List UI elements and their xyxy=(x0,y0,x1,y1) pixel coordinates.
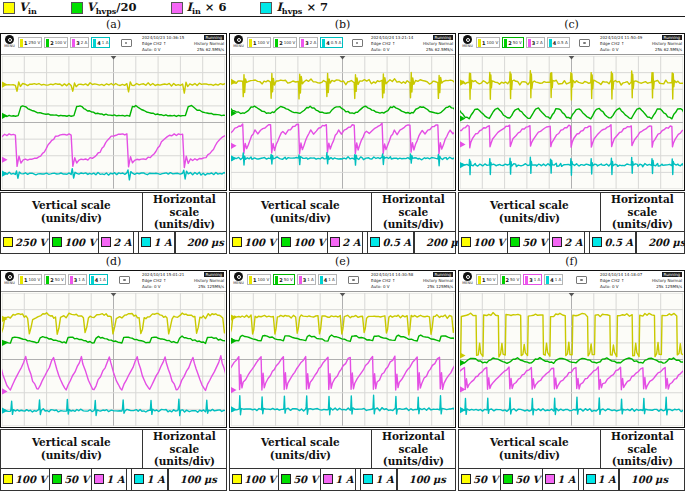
scope-trigger-level: Auto: 0 V xyxy=(600,284,618,290)
scale-table-header: Vertical scale (units/div) Horizontal sc… xyxy=(459,193,684,231)
channel-1-color-bar xyxy=(478,39,481,47)
scale-table-header: Vertical scale (units/div) Horizontal sc… xyxy=(230,430,455,468)
channel-3-chip: 3 2 A xyxy=(299,37,318,48)
vertical-scale-values: 100 V 50 V 1 A 1 A xyxy=(230,469,398,491)
horizontal-scale-value: 100 μs xyxy=(398,469,455,491)
scale-table-header: Vertical scale (units/div) Horizontal sc… xyxy=(459,430,684,468)
channel-2-chip: 2 100 V xyxy=(44,37,68,48)
iin-color-swatch xyxy=(171,2,183,14)
scale-table-values: 100 V 50 V 1 A 1 A 1 xyxy=(1,468,226,491)
scale-table: Vertical scale (units/div) Horizontal sc… xyxy=(0,192,227,254)
channel-4-color-bar xyxy=(93,39,96,47)
channel-4-color-bar xyxy=(549,39,552,47)
scope-toolbar: MENU 1 250 V 2 100 V 3 xyxy=(1,34,226,55)
ch3-color-chip xyxy=(101,237,111,247)
ch4-color-chip xyxy=(586,474,596,484)
channel-3-color-bar xyxy=(72,39,75,47)
scope-graticule xyxy=(231,56,454,189)
scale-table-values: 100 V 50 V 2 A 0.5 A xyxy=(459,231,684,254)
menu-icon xyxy=(234,272,243,281)
scale-table: Vertical scale (units/div) Horizontal sc… xyxy=(458,192,685,254)
channel-2-chip: 2 50 V xyxy=(44,274,66,285)
scope-sample-rate: 25k 125MS/s xyxy=(198,284,224,290)
scope-menu: MENU xyxy=(232,35,245,48)
vertical-scale-values: 250 V 100 V 2 A 1 A xyxy=(1,232,176,254)
vertical-scale-ch3: 2 A xyxy=(328,232,363,254)
channel-1-chip: 1 100 V xyxy=(18,274,42,285)
channel-1-chip: 1 100 V xyxy=(476,37,500,48)
channel-3-chip: 3 1 A xyxy=(523,274,542,285)
channel-3-color-bar xyxy=(70,276,73,284)
channel-3-color-bar xyxy=(301,39,304,47)
scope-graticule xyxy=(231,293,454,426)
vhvps-color-swatch xyxy=(71,2,83,14)
scope-sample-rate: 25k 62.5MS/s xyxy=(655,47,682,53)
vertical-scale-ch4: 0.5 A xyxy=(367,232,414,254)
scale-table-header: Vertical scale (units/div) Horizontal sc… xyxy=(230,193,455,231)
vertical-scale-header: Vertical scale (units/div) xyxy=(459,193,601,231)
ch4-color-chip xyxy=(141,237,151,247)
ch2-color-chip xyxy=(503,474,513,484)
scale-table-values: 250 V 100 V 2 A 1 A xyxy=(1,231,226,254)
print-icon-wrap xyxy=(572,35,598,47)
panel-a: (a) MENU 1 250 V 2 100 V xyxy=(0,17,227,254)
scope-run-state: Running xyxy=(433,35,453,40)
scale-table-values: 100 V 50 V 1 A 1 A 1 xyxy=(230,468,455,491)
scope-toolbar: MENU 1 100 V 2 50 V 3 xyxy=(459,34,684,55)
scope-graticule xyxy=(460,56,683,189)
scope-status-area: 2024/10/14 14:30:58 Running Edge CH2 ↑ H… xyxy=(371,272,453,289)
horizontal-scale-header: Horizontal scale (units/div) xyxy=(601,193,684,231)
scale-table: Vertical scale (units/div) Horizontal sc… xyxy=(458,429,685,491)
menu-label: MENU xyxy=(461,281,474,285)
scale-table-header: Vertical scale (units/div) Horizontal sc… xyxy=(1,193,226,231)
scale-table: Vertical scale (units/div) Horizontal sc… xyxy=(0,429,227,491)
vertical-scale-header: Vertical scale (units/div) xyxy=(1,430,143,468)
scope-sample-rate: 25k 62.5MS/s xyxy=(197,47,224,53)
ch1-color-chip xyxy=(3,474,13,484)
vertical-scale-header: Vertical scale (units/div) xyxy=(230,193,372,231)
ch4-color-chip xyxy=(592,237,602,247)
panels-grid: (a) MENU 1 250 V 2 100 V xyxy=(0,17,685,491)
horizontal-scale-value: 200 μs xyxy=(415,232,463,254)
vertical-scale-ch1: 250 V xyxy=(1,232,50,254)
waveform-plot xyxy=(231,56,454,189)
horizontal-scale-value: 100 μs xyxy=(169,469,226,491)
ch1-color-chip xyxy=(3,237,13,247)
channel-1-color-bar xyxy=(20,39,23,47)
panel-caption: (a) xyxy=(0,17,227,33)
scope-status-area: 2024/10/14 15:01:21 Running Edge CH2 ↑ H… xyxy=(142,272,224,289)
waveform-plot xyxy=(460,56,683,189)
vertical-scale-ch4: 1 A xyxy=(138,232,174,254)
panel-e: (e) MENU 1 100 V 2 50 V xyxy=(229,254,456,491)
legend-label-ihvps: Ihvps × 7 xyxy=(276,0,328,16)
oscilloscope-screenshot: MENU 1 250 V 2 100 V 3 xyxy=(0,33,227,191)
ch4-color-chip xyxy=(134,474,144,484)
vertical-scale-ch3: 1 A xyxy=(92,469,127,491)
menu-label: MENU xyxy=(232,44,245,48)
vertical-scale-ch1: 50 V xyxy=(459,469,501,491)
channel-chips: 1 100 V 2 100 V 3 2 A 4 xyxy=(247,37,343,48)
scope-graticule xyxy=(2,293,225,426)
scope-run-state: Running xyxy=(204,35,224,40)
horizontal-scale-value: 200 μs xyxy=(176,232,226,254)
horizontal-scale-value: 100 μs xyxy=(620,469,684,491)
channel-3-chip: 3 1 A xyxy=(297,274,316,285)
scope-run-state: Running xyxy=(662,35,682,40)
vertical-scale-values: 100 V 50 V 2 A 0.5 A xyxy=(459,232,637,254)
vertical-scale-values: 100 V 100 V 2 A 0.5 A xyxy=(230,232,415,254)
scope-run-state: Running xyxy=(433,272,453,277)
panel-caption: (d) xyxy=(0,254,227,270)
channel-3-color-bar xyxy=(528,39,531,47)
paper-figure: Vin Vhvps/20 Iin × 6 Ihvps × 7 (a) MENU xyxy=(0,0,685,493)
vertical-scale-values: 100 V 50 V 1 A 1 A xyxy=(1,469,169,491)
scope-toolbar: MENU 1 100 V 2 100 V 3 xyxy=(230,34,455,55)
channel-1-chip: 1 100 V xyxy=(247,37,271,48)
vertical-scale-ch3: 1 A xyxy=(543,469,578,491)
channel-chips: 1 100 V 2 50 V 3 2 A 4 xyxy=(476,37,570,48)
scope-trigger-level: Auto: 0 V xyxy=(600,47,618,53)
channel-1-chip: 1 50 V xyxy=(476,274,498,285)
ch1-color-chip xyxy=(461,237,471,247)
channel-chips: 1 50 V 2 50 V 3 1 A 4 xyxy=(476,274,563,285)
scope-run-state: Running xyxy=(204,272,224,277)
channel-2-color-bar xyxy=(275,39,278,47)
